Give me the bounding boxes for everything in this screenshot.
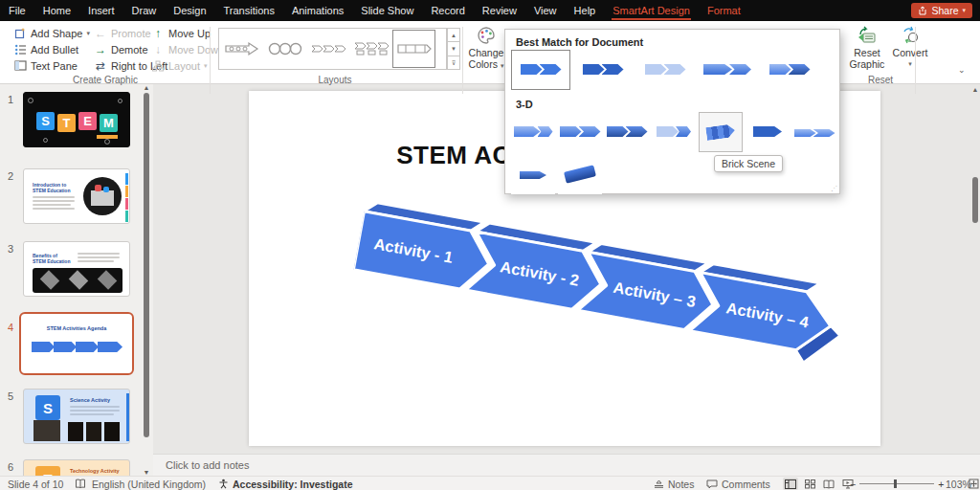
menu-draw[interactable]: Draw — [123, 0, 166, 21]
menu-insert[interactable]: Insert — [79, 0, 123, 21]
reset-graphic-button[interactable]: Reset Graphic — [846, 26, 888, 70]
puzzle-letter-t-big: T — [35, 466, 60, 476]
style-thumb-intense-effect[interactable] — [760, 50, 819, 90]
collapse-ribbon-icon[interactable]: ⌄ — [958, 65, 966, 75]
slide-2-thumbnail[interactable]: Introduction to STEM Education — [23, 168, 130, 224]
zoom-controls: − + — [850, 477, 944, 490]
normal-view-button[interactable] — [783, 478, 798, 490]
ribbon-divider — [915, 27, 916, 94]
gallery-down-button[interactable]: ▼ — [447, 42, 460, 56]
menu-file[interactable]: File — [0, 0, 34, 21]
scroll-up-icon[interactable]: ▲ — [971, 86, 979, 93]
slide-indicator: Slide 4 of 10 — [8, 477, 63, 490]
convert-button[interactable]: Convert ▾ — [890, 26, 930, 70]
notes-icon — [654, 479, 664, 488]
process-diagram[interactable]: Activity - 1 Activity - 2 Activity – 3 A… — [345, 198, 857, 410]
change-colors-button[interactable]: Change Colors ▾ — [467, 26, 505, 72]
puzzle-letter-s: S — [36, 112, 55, 130]
slide-4-thumbnail-selected[interactable]: STEM Activities Agenda — [19, 312, 134, 375]
tab-smartart-design[interactable]: SmartArt Design — [604, 0, 699, 21]
thumb-photo-strip — [33, 268, 122, 293]
demote-button[interactable]: → Demote — [94, 41, 148, 57]
accessibility-status[interactable]: Accessibility: Investigate — [233, 477, 352, 490]
zoom-level[interactable]: 103% — [946, 477, 971, 490]
layout-thumb-3[interactable] — [306, 30, 349, 68]
slide-6-thumbnail[interactable]: T Technology Activity — [23, 459, 130, 476]
add-bullet-button[interactable]: Add Bullet — [13, 41, 78, 57]
smartart-styles-dropdown: Best Match for Document 3-D Brick Scene … — [504, 29, 840, 194]
style-thumb-brick-scene[interactable] — [699, 112, 743, 152]
style-thumb-inset[interactable] — [558, 112, 602, 152]
share-button[interactable]: Share ▾ — [911, 3, 972, 18]
style-thumb-white-outline[interactable] — [573, 50, 633, 90]
gallery-up-button[interactable]: ▲ — [447, 28, 460, 42]
style-thumb-simple-fill-selected[interactable] — [511, 50, 570, 90]
canvas-scrollbar[interactable]: ▲ — [970, 84, 980, 454]
style-thumb-polished[interactable] — [511, 112, 555, 152]
style-thumb-moderate-effect[interactable] — [698, 50, 757, 90]
style-thumb-birds-eye-scene[interactable] — [558, 154, 602, 194]
fit-slide-button[interactable] — [969, 477, 979, 490]
slide-sorter-view-button[interactable] — [802, 478, 817, 490]
panel-resize-handle[interactable]: ⋰ — [831, 186, 836, 191]
slide-3-thumbnail[interactable]: Benefits of STEM Education — [23, 241, 130, 297]
add-shape-button[interactable]: Add Shape ▾ — [13, 25, 90, 41]
slide-5-thumbnail[interactable]: S Science Activity — [23, 389, 130, 444]
tab-format[interactable]: Format — [699, 0, 749, 21]
style-thumb-cartoon[interactable] — [605, 112, 649, 152]
scroll-down-icon[interactable]: ▼ — [143, 469, 150, 476]
ribbon-divider — [210, 27, 211, 94]
menu-animations[interactable]: Animations — [283, 0, 352, 21]
puzzle-letter-s-big: S — [35, 395, 60, 420]
reset-graphic-label: Reset Graphic — [846, 47, 888, 70]
notes-toggle[interactable]: Notes — [654, 477, 694, 490]
gallery-more-button[interactable]: ⊽ — [447, 56, 460, 70]
layout-thumb-4[interactable] — [349, 30, 392, 68]
convert-caret-icon: ▾ — [908, 58, 912, 70]
layout-thumb-2[interactable] — [263, 30, 306, 68]
zoom-in-button[interactable]: + — [938, 479, 944, 490]
promote-label: Promote — [111, 28, 151, 39]
style-thumb-powder[interactable] — [652, 112, 696, 152]
language-indicator[interactable]: English (United Kingdom) — [92, 477, 206, 490]
menu-transitions[interactable]: Transitions — [215, 0, 283, 21]
reading-view-button[interactable] — [821, 478, 836, 490]
comments-toggle[interactable]: Comments — [706, 477, 770, 490]
add-bullet-label: Add Bullet — [31, 44, 78, 56]
text-pane-label: Text Pane — [31, 60, 78, 72]
thumbnail-panel-scrollbar[interactable]: ▲ ▼ — [142, 84, 151, 476]
layout-thumb-5-selected[interactable] — [392, 30, 435, 68]
move-up-label: Move Up — [168, 28, 211, 39]
move-down-button[interactable]: ↓ Move Down — [151, 41, 224, 57]
menu-record[interactable]: Record — [422, 0, 473, 21]
layout-thumb-1[interactable] — [220, 30, 263, 68]
threed-section-title: 3-D — [516, 99, 533, 110]
menu-review[interactable]: Review — [474, 0, 525, 21]
mini-chevron-4 — [98, 342, 122, 352]
scroll-up-icon[interactable]: ▲ — [143, 84, 150, 91]
notes-pane[interactable]: Click to add notes — [153, 454, 980, 476]
puzzle-letter-m: M — [100, 114, 118, 132]
menu-view[interactable]: View — [525, 0, 566, 21]
style-thumb-subtle-effect[interactable] — [635, 50, 695, 90]
menu-design[interactable]: Design — [165, 0, 214, 21]
scrollbar-thumb[interactable] — [144, 93, 149, 437]
style-thumb-metallic-scene[interactable] — [792, 112, 836, 152]
text-pane-button[interactable]: Text Pane — [13, 57, 78, 74]
promote-icon: ← — [94, 27, 107, 40]
menu-slide-show[interactable]: Slide Show — [352, 0, 422, 21]
layout-button[interactable]: Layout ▾ — [151, 57, 208, 74]
slide-1-thumbnail[interactable]: S T E M — [23, 92, 130, 147]
zoom-slider-thumb[interactable] — [894, 479, 897, 488]
menu-home[interactable]: Home — [34, 0, 79, 21]
promote-button[interactable]: ← Promote — [94, 25, 151, 41]
move-up-button[interactable]: ↑ Move Up — [151, 25, 211, 41]
menu-help[interactable]: Help — [566, 0, 605, 21]
style-thumb-flat-scene[interactable] — [746, 112, 790, 152]
scrollbar-thumb[interactable] — [972, 177, 978, 223]
spellcheck-book-icon[interactable] — [75, 477, 86, 490]
style-thumb-sunset-scene[interactable] — [511, 154, 555, 194]
zoom-slider[interactable] — [859, 483, 934, 484]
zoom-out-button[interactable]: − — [850, 479, 856, 490]
share-icon — [918, 6, 927, 15]
